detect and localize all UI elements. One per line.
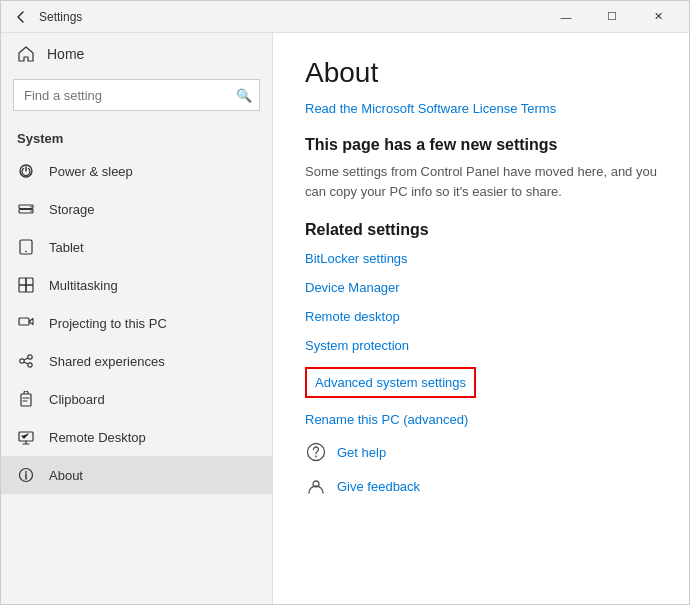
remote-desktop-link[interactable]: Remote desktop xyxy=(305,309,657,324)
rename-pc-link[interactable]: Rename this PC (advanced) xyxy=(305,412,657,427)
sidebar-item-power-label: Power & sleep xyxy=(49,164,133,179)
sidebar-item-power[interactable]: Power & sleep xyxy=(1,152,272,190)
give-feedback-item[interactable]: Give feedback xyxy=(305,475,657,497)
minimize-button[interactable]: — xyxy=(543,1,589,33)
svg-point-3 xyxy=(30,206,32,208)
sidebar-item-projecting-label: Projecting to this PC xyxy=(49,316,167,331)
give-feedback-icon xyxy=(305,475,327,497)
give-feedback-label: Give feedback xyxy=(337,479,420,494)
svg-rect-10 xyxy=(26,285,33,292)
tablet-icon xyxy=(17,238,35,256)
get-help-item[interactable]: Get help xyxy=(305,441,657,463)
storage-icon xyxy=(17,200,35,218)
sidebar-item-tablet-label: Tablet xyxy=(49,240,84,255)
license-link[interactable]: Read the Microsoft Software License Term… xyxy=(305,101,657,116)
main-content: About Read the Microsoft Software Licens… xyxy=(273,33,689,604)
title-bar: Settings — ☐ ✕ xyxy=(1,1,689,33)
sidebar-item-clipboard-label: Clipboard xyxy=(49,392,105,407)
get-help-label: Get help xyxy=(337,445,386,460)
home-label: Home xyxy=(47,46,84,62)
close-button[interactable]: ✕ xyxy=(635,1,681,33)
sidebar-item-storage-label: Storage xyxy=(49,202,95,217)
sidebar-item-remote-label: Remote Desktop xyxy=(49,430,146,445)
search-icon: 🔍 xyxy=(236,88,252,103)
content-area: Home 🔍 System Power & sleep Storage xyxy=(1,33,689,604)
svg-point-13 xyxy=(28,355,32,359)
advanced-system-link[interactable]: Advanced system settings xyxy=(305,367,476,398)
remote-icon xyxy=(17,428,35,446)
page-title: About xyxy=(305,57,657,89)
sidebar-item-multitasking[interactable]: Multitasking xyxy=(1,266,272,304)
sidebar-item-shared[interactable]: Shared experiences xyxy=(1,342,272,380)
svg-point-6 xyxy=(25,251,27,253)
search-input[interactable] xyxy=(13,79,260,111)
about-icon xyxy=(17,466,35,484)
sidebar-item-multitasking-label: Multitasking xyxy=(49,278,118,293)
clipboard-icon xyxy=(17,390,35,408)
bitlocker-link[interactable]: BitLocker settings xyxy=(305,251,657,266)
search-container: 🔍 xyxy=(13,79,260,111)
sidebar-section-label: System xyxy=(1,123,272,152)
window-controls: — ☐ ✕ xyxy=(543,1,681,33)
new-settings-desc: Some settings from Control Panel have mo… xyxy=(305,162,657,201)
sidebar-item-shared-label: Shared experiences xyxy=(49,354,165,369)
maximize-button[interactable]: ☐ xyxy=(589,1,635,33)
sidebar-item-clipboard[interactable]: Clipboard xyxy=(1,380,272,418)
device-manager-link[interactable]: Device Manager xyxy=(305,280,657,295)
related-settings-heading: Related settings xyxy=(305,221,657,239)
power-icon xyxy=(17,162,35,180)
svg-rect-7 xyxy=(19,278,26,285)
sidebar-item-projecting[interactable]: Projecting to this PC xyxy=(1,304,272,342)
new-settings-heading: This page has a few new settings xyxy=(305,136,657,154)
svg-rect-9 xyxy=(19,285,26,292)
get-help-icon xyxy=(305,441,327,463)
sidebar-item-storage[interactable]: Storage xyxy=(1,190,272,228)
multitasking-icon xyxy=(17,276,35,294)
settings-window: Settings — ☐ ✕ Home 🔍 System xyxy=(0,0,690,605)
sidebar-item-remote[interactable]: Remote Desktop xyxy=(1,418,272,456)
svg-point-4 xyxy=(30,210,32,212)
system-protection-link[interactable]: System protection xyxy=(305,338,657,353)
svg-rect-15 xyxy=(21,394,31,406)
svg-point-14 xyxy=(28,363,32,367)
sidebar-item-tablet[interactable]: Tablet xyxy=(1,228,272,266)
sidebar-item-home[interactable]: Home xyxy=(1,33,272,75)
home-icon xyxy=(17,45,35,63)
sidebar-item-about-label: About xyxy=(49,468,83,483)
svg-point-18 xyxy=(25,471,27,473)
svg-point-20 xyxy=(315,456,317,458)
projecting-icon xyxy=(17,314,35,332)
back-button[interactable] xyxy=(9,5,33,29)
window-title: Settings xyxy=(39,10,543,24)
sidebar: Home 🔍 System Power & sleep Storage xyxy=(1,33,273,604)
svg-rect-8 xyxy=(26,278,33,285)
svg-point-12 xyxy=(20,359,24,363)
svg-rect-11 xyxy=(19,318,29,325)
shared-icon xyxy=(17,352,35,370)
sidebar-item-about[interactable]: About xyxy=(1,456,272,494)
